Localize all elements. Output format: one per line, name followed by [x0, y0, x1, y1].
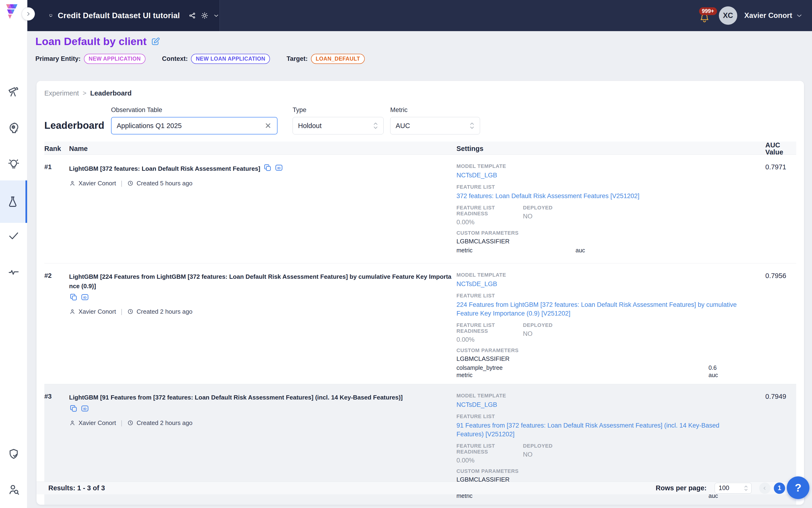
- table-footer: Results: 1 - 3 of 3 Rows per page: 100 1: [37, 481, 804, 494]
- id-icon[interactable]: ID: [80, 293, 89, 302]
- metric-label: Metric: [390, 107, 480, 114]
- model-template-link[interactable]: NCTsDE_LGB: [456, 280, 747, 288]
- user-menu[interactable]: Xavier Conort: [744, 11, 803, 20]
- clock-icon: [127, 308, 134, 315]
- sidebar-item-modeling[interactable]: [0, 114, 27, 142]
- activity-pulse-icon: [7, 265, 20, 278]
- svg-text:ID: ID: [83, 407, 87, 411]
- table-header-row: Rank Name Settings AUC Value: [44, 141, 796, 155]
- id-icon[interactable]: ID: [80, 404, 89, 413]
- readiness-value: 0.00%: [456, 219, 523, 226]
- breadcrumb-experiment[interactable]: Experiment: [44, 89, 79, 97]
- column-header-name: Name: [69, 145, 456, 153]
- divider: |: [121, 419, 122, 427]
- sidebar-item-monitoring[interactable]: [0, 258, 27, 286]
- workspace-title: Credit Default Dataset UI tutorial: [58, 11, 180, 20]
- gear-icon[interactable]: [200, 11, 209, 19]
- previous-page-button[interactable]: [759, 482, 770, 494]
- readiness-value: 0.00%: [456, 336, 523, 343]
- feature-list-label: FEATURE LIST: [456, 293, 747, 299]
- copy-icon[interactable]: [69, 404, 78, 413]
- param-value: 0.6: [709, 364, 717, 372]
- type-label: Type: [292, 107, 384, 114]
- copy-icon[interactable]: [263, 163, 272, 172]
- type-value: Holdout: [298, 122, 322, 130]
- param-value: auc: [709, 372, 718, 379]
- breadcrumb: Experiment > Leaderboard: [44, 89, 132, 97]
- feature-list-link[interactable]: 91 Features from [372 features: Loan Def…: [456, 421, 747, 439]
- feature-list-label: FEATURE LIST: [456, 184, 747, 190]
- metric-select[interactable]: AUC: [390, 117, 480, 134]
- divider: |: [121, 179, 122, 187]
- app-root: Credit Default Dataset UI tutorial 999+ …: [0, 0, 812, 508]
- leaderboard-table: Rank Name Settings AUC Value #1 LightGBM…: [44, 141, 796, 481]
- sidebar-item-insights[interactable]: [0, 150, 27, 178]
- column-header-rank: Rank: [44, 145, 69, 153]
- chevron-left-icon: [762, 485, 768, 491]
- person-icon: [69, 308, 76, 315]
- deployed-label: DEPLOYED: [523, 205, 553, 211]
- feature-list-label: FEATURE LIST: [456, 414, 747, 419]
- observation-table-field: ✕: [111, 117, 277, 134]
- param-key: metric: [456, 247, 576, 254]
- param-key: colsample_bytree: [456, 364, 709, 372]
- edit-pencil-icon[interactable]: [150, 37, 160, 46]
- primary-entity-badge: NEW APPLICATION: [84, 54, 145, 64]
- share-icon[interactable]: [188, 11, 196, 19]
- featurebyte-logo: [6, 4, 21, 23]
- avatar[interactable]: XC: [719, 6, 737, 25]
- id-icon[interactable]: ID: [274, 163, 283, 172]
- sidebar-expand-button[interactable]: [22, 7, 35, 20]
- notification-count-badge: 999+: [699, 7, 717, 15]
- rank-cell: #2: [44, 272, 69, 379]
- page-1-button[interactable]: 1: [774, 482, 785, 494]
- context-badge: NEW LOAN APPLICATION: [191, 54, 270, 64]
- feature-list-link[interactable]: 372 features: Loan Default Risk Assessme…: [456, 192, 747, 201]
- sidebar-item-governance[interactable]: [0, 440, 27, 468]
- rows-per-page-stepper[interactable]: 100: [715, 483, 752, 494]
- svg-text:ID: ID: [277, 166, 280, 170]
- copy-icon[interactable]: [69, 293, 78, 302]
- type-select[interactable]: Holdout: [292, 117, 384, 134]
- model-name: LightGBM [372 features: Loan Default Ris…: [69, 165, 260, 172]
- table-row[interactable]: #2 LightGBM [224 Features from LightGBM …: [44, 263, 796, 384]
- model-name: LightGBM [91 Features from [372 features…: [69, 393, 454, 402]
- sidebar-item-explore[interactable]: [0, 78, 27, 106]
- divider: |: [121, 308, 122, 315]
- model-name: LightGBM [224 Features from LightGBM [37…: [69, 272, 454, 291]
- model-template-link[interactable]: NCTsDE_LGB: [456, 400, 747, 409]
- clear-observation-icon[interactable]: ✕: [264, 121, 273, 130]
- sidebar-item-approvals[interactable]: [0, 222, 27, 250]
- sidebar-item-user-directory[interactable]: [0, 475, 27, 504]
- user-search-icon: [7, 483, 20, 496]
- notifications-button[interactable]: 999+: [697, 7, 712, 24]
- shield-check-icon: [7, 448, 20, 460]
- table-row[interactable]: #1 LightGBM [372 features: Loan Default …: [44, 155, 796, 263]
- chevron-down-icon: [796, 12, 803, 19]
- model-template-label: MODEL TEMPLATE: [456, 393, 747, 398]
- column-header-auc-value: AUC Value: [765, 141, 796, 156]
- feature-list-readiness-label: FEATURE LIST READINESS: [456, 205, 523, 216]
- clock-icon: [127, 180, 134, 186]
- idea-bulb-icon: [7, 158, 20, 171]
- sidebar-item-experiment[interactable]: [0, 180, 27, 223]
- readiness-value: 0.00%: [456, 457, 523, 464]
- person-icon: [69, 420, 76, 426]
- chevron-down-icon[interactable]: [213, 12, 220, 19]
- classifier-name: LGBMCLASSIFIER: [456, 355, 747, 362]
- feature-list-link[interactable]: 224 Features from LightGBM [372 features…: [456, 300, 747, 318]
- left-sidebar: [0, 0, 27, 508]
- help-button[interactable]: ?: [787, 476, 809, 499]
- author: Xavier Conort: [79, 308, 116, 315]
- model-template-link[interactable]: NCTsDE_LGB: [456, 171, 747, 180]
- author: Xavier Conort: [79, 180, 116, 187]
- author: Xavier Conort: [79, 419, 116, 427]
- classifier-name: LGBMCLASSIFIER: [456, 238, 747, 245]
- deployed-label: DEPLOYED: [523, 322, 553, 328]
- observation-table-input[interactable]: [117, 122, 264, 130]
- top-bar: Credit Default Dataset UI tutorial 999+ …: [27, 0, 812, 31]
- rows-per-page-value: 100: [719, 484, 729, 492]
- select-spinner-icon: [469, 121, 475, 131]
- metric-value: AUC: [396, 122, 410, 130]
- deployed-label: DEPLOYED: [523, 443, 553, 449]
